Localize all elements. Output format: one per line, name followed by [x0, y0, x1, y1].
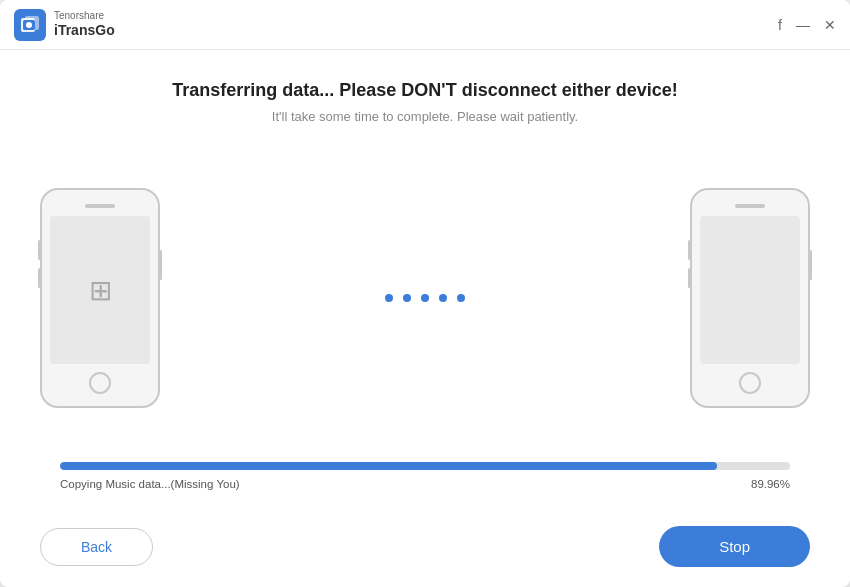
- dot-3: [421, 294, 429, 302]
- source-phone: ⊞: [40, 188, 160, 408]
- minimize-icon[interactable]: —: [796, 18, 810, 32]
- progress-section: Copying Music data...(Missing You) 89.96…: [40, 462, 810, 490]
- app-title: iTransGo: [54, 22, 115, 39]
- phone-vol-btn1-right: [688, 240, 691, 260]
- phone-screen-icon-left: ⊞: [89, 274, 112, 307]
- app-name-block: Tenorshare iTransGo: [54, 10, 115, 39]
- phone-speaker-left: [85, 204, 115, 208]
- svg-point-3: [26, 22, 32, 28]
- app-logo: [14, 9, 46, 41]
- progress-status: Copying Music data...(Missing You): [60, 478, 240, 490]
- main-content: Transferring data... Please DON'T discon…: [0, 50, 850, 510]
- phone-screen-right: [700, 216, 800, 364]
- footer: Back Stop: [0, 510, 850, 587]
- facebook-icon[interactable]: f: [778, 18, 782, 32]
- dot-1: [385, 294, 393, 302]
- dot-4: [439, 294, 447, 302]
- progress-bar-wrapper: [60, 462, 790, 470]
- dot-2: [403, 294, 411, 302]
- phone-side-btn-right: [809, 250, 812, 280]
- source-device: ⊞: [40, 188, 160, 408]
- devices-area: ⊞: [40, 154, 810, 442]
- phone-vol-btn2-right: [688, 268, 691, 288]
- progress-bar-fill: [60, 462, 717, 470]
- app-brand: Tenorshare: [54, 10, 115, 22]
- main-subheading: It'll take some time to complete. Please…: [272, 109, 578, 124]
- phone-home-right: [739, 372, 761, 394]
- close-icon[interactable]: ✕: [824, 18, 836, 32]
- title-bar: Tenorshare iTransGo f — ✕: [0, 0, 850, 50]
- app-window: Tenorshare iTransGo f — ✕ Transferring d…: [0, 0, 850, 587]
- phone-home-left: [89, 372, 111, 394]
- stop-button[interactable]: Stop: [659, 526, 810, 567]
- back-button[interactable]: Back: [40, 528, 153, 566]
- progress-percent: 89.96%: [751, 478, 790, 490]
- phone-vol-btn1-left: [38, 240, 41, 260]
- phone-side-btn-left: [159, 250, 162, 280]
- phone-vol-btn2-left: [38, 268, 41, 288]
- window-controls: f — ✕: [778, 18, 836, 32]
- transfer-animation: [160, 294, 690, 302]
- dot-5: [457, 294, 465, 302]
- main-heading: Transferring data... Please DON'T discon…: [172, 80, 677, 101]
- progress-labels: Copying Music data...(Missing You) 89.96…: [60, 478, 790, 490]
- phone-screen-left: ⊞: [50, 216, 150, 364]
- target-device: [690, 188, 810, 408]
- phone-speaker-right: [735, 204, 765, 208]
- target-phone: [690, 188, 810, 408]
